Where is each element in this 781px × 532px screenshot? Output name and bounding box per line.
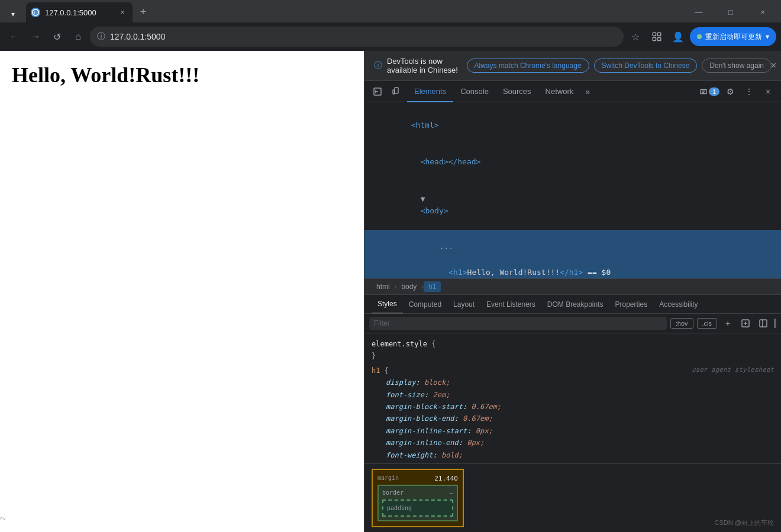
address-text: 127.0.0.1:5000	[110, 32, 617, 41]
margin-label: margin	[377, 475, 399, 481]
body-expand-arrow[interactable]: ▼	[421, 194, 425, 203]
styles-panel-tabs: Styles Computed Layout Event Listeners D…	[364, 295, 781, 314]
styles-tab-properties[interactable]: Properties	[609, 295, 654, 314]
lang-info-icon: ⓘ	[374, 60, 382, 71]
styles-filter-input[interactable]	[369, 317, 667, 330]
styles-tab-dom-breakpoints[interactable]: DOM Breakpoints	[541, 295, 609, 314]
element-style-close: }	[372, 350, 774, 362]
extensions-btn[interactable]	[647, 27, 666, 46]
hov-filter-btn[interactable]: :hov	[670, 318, 693, 329]
h1-open-tag: <h1>	[448, 268, 467, 277]
box-model-border: border – padding	[377, 485, 458, 521]
cls-filter-btn[interactable]: .cls	[697, 318, 718, 329]
browser-tab[interactable]: i 127.0.0.1:5000 ×	[26, 2, 133, 22]
csdn-watermark: CSDN @向上的车轮	[715, 518, 774, 527]
more-tabs-btn[interactable]: »	[580, 87, 595, 96]
address-bar: ← → ↺ ⌂ ⓘ 127.0.0.1:5000 ☆ 👤 重新启动即可更新 ▾	[0, 22, 781, 51]
lang-bar-close-btn[interactable]: ×	[771, 60, 776, 71]
tab-network[interactable]: Network	[538, 81, 581, 102]
toggle-sidebar-btn[interactable]	[756, 316, 770, 330]
html-line-body-open[interactable]: ▼ <body>	[364, 181, 781, 230]
page-content: Hello, World!Rust!!! Z	[0, 51, 364, 532]
html-tag: <html>	[411, 121, 439, 129]
tab-dropdown-btn[interactable]: ▾	[5, 6, 21, 22]
refresh-btn[interactable]: ↺	[47, 27, 66, 46]
device-mode-btn[interactable]	[388, 83, 405, 100]
address-input-wrap[interactable]: ⓘ 127.0.0.1:5000	[90, 27, 624, 47]
update-btn-label: 重新启动即可更新	[705, 32, 762, 42]
info-icon: ⓘ	[97, 31, 105, 42]
css-prop-font-size: font-size: 2em;	[372, 389, 774, 401]
add-style-btn[interactable]: +	[721, 316, 735, 330]
breadcrumb-body[interactable]: body	[396, 281, 421, 292]
css-prop-margin-block-end: margin-block-end: 0.67em;	[372, 413, 774, 424]
breadcrumb-bar: html › body › h1	[364, 278, 781, 295]
minimize-btn[interactable]: —	[685, 4, 712, 20]
update-btn[interactable]: 重新启动即可更新 ▾	[690, 27, 776, 46]
h1-rule-header: h1 { user agent stylesheet	[372, 365, 774, 377]
styles-tab-event-listeners[interactable]: Event Listeners	[480, 295, 541, 314]
devtools-panel: ⓘ DevTools is now available in Chinese! …	[364, 51, 781, 532]
address-bar-right: ☆ 👤 重新启动即可更新 ▾	[626, 27, 776, 46]
breadcrumb-h1[interactable]: h1	[424, 281, 441, 292]
tab-favicon: i	[31, 8, 40, 17]
css-prop-margin-block-start: margin-block-start: 0.67em;	[372, 401, 774, 413]
home-btn[interactable]: ⌂	[69, 27, 88, 46]
devtools-tabs: Elements Console Sources Network »	[407, 81, 697, 102]
tab-elements[interactable]: Elements	[407, 81, 453, 102]
profile-btn[interactable]: 👤	[669, 27, 688, 46]
back-btn[interactable]: ←	[5, 27, 24, 46]
dont-show-again-btn[interactable]: Don't show again	[702, 59, 772, 73]
switch-devtools-chinese-btn[interactable]: Switch DevTools to Chinese	[594, 59, 698, 73]
new-style-rule-btn[interactable]	[738, 316, 753, 330]
css-source-label: user agent stylesheet	[692, 365, 774, 376]
console-badge: 1	[709, 87, 719, 96]
page-heading: Hello, World!Rust!!!	[0, 51, 364, 99]
close-devtools-btn[interactable]: ×	[760, 83, 776, 100]
elements-panel[interactable]: <html> <head></head> ▼ <body> ··· <h1>He…	[364, 102, 781, 278]
lang-notification-bar: ⓘ DevTools is now available in Chinese! …	[364, 51, 781, 81]
breadcrumb-html[interactable]: html	[372, 281, 395, 292]
html-line-head[interactable]: <head></head>	[364, 144, 781, 180]
close-window-btn[interactable]: ×	[749, 4, 776, 20]
tab-close-btn[interactable]: ×	[117, 7, 128, 18]
css-rules-panel: element.style { } h1 { user agent styles…	[364, 333, 781, 463]
styles-tab-layout[interactable]: Layout	[447, 295, 480, 314]
more-options-btn[interactable]: ⋮	[741, 83, 757, 100]
html-line-h1[interactable]: ··· <h1>Hello, World!Rust!!!</h1> == $0	[364, 230, 781, 278]
settings-btn[interactable]: ⚙	[722, 83, 738, 100]
styles-tab-styles[interactable]: Styles	[372, 295, 403, 314]
console-messages-icon	[699, 87, 708, 96]
main-area: Hello, World!Rust!!! Z ⓘ DevTools is now…	[0, 51, 781, 532]
css-prop-margin-inline-end: margin-inline-end: 0px;	[372, 437, 774, 449]
page-watermark: Z	[0, 517, 7, 520]
maximize-btn[interactable]: □	[717, 4, 744, 20]
inspector-cursor-btn[interactable]	[369, 83, 386, 100]
css-prop-font-weight: font-weight: bold;	[372, 449, 774, 461]
always-match-language-btn[interactable]: Always match Chrome's language	[467, 59, 589, 73]
update-dot	[697, 34, 702, 39]
update-btn-arrow: ▾	[766, 33, 769, 41]
styles-scrollbar[interactable]	[774, 319, 776, 328]
svg-rect-5	[658, 38, 661, 41]
svg-rect-10	[393, 90, 395, 94]
svg-rect-9	[395, 87, 398, 93]
tab-bar: ▾ i 127.0.0.1:5000 × + — □ ×	[0, 0, 781, 22]
styles-tab-accessibility[interactable]: Accessibility	[653, 295, 703, 314]
svg-rect-2	[653, 33, 656, 35]
styles-tab-computed[interactable]: Computed	[403, 295, 447, 314]
forward-btn[interactable]: →	[26, 27, 45, 46]
new-tab-btn[interactable]: +	[135, 4, 151, 20]
tab-sources[interactable]: Sources	[496, 81, 538, 102]
css-selector-text: element.style	[372, 340, 431, 348]
bookmark-btn[interactable]: ☆	[626, 27, 645, 46]
html-line-html[interactable]: <html>	[364, 107, 781, 144]
svg-text:i: i	[34, 10, 36, 15]
padding-label: padding	[387, 505, 412, 511]
tab-console[interactable]: Console	[453, 81, 496, 102]
css-prop-margin-inline-start: margin-inline-start: 0px;	[372, 425, 774, 437]
head-tag: <head></head>	[421, 157, 481, 166]
box-model-padding: padding	[382, 499, 453, 517]
window-controls: — □ ×	[685, 4, 776, 20]
tab-bar-left: ▾	[5, 6, 21, 22]
